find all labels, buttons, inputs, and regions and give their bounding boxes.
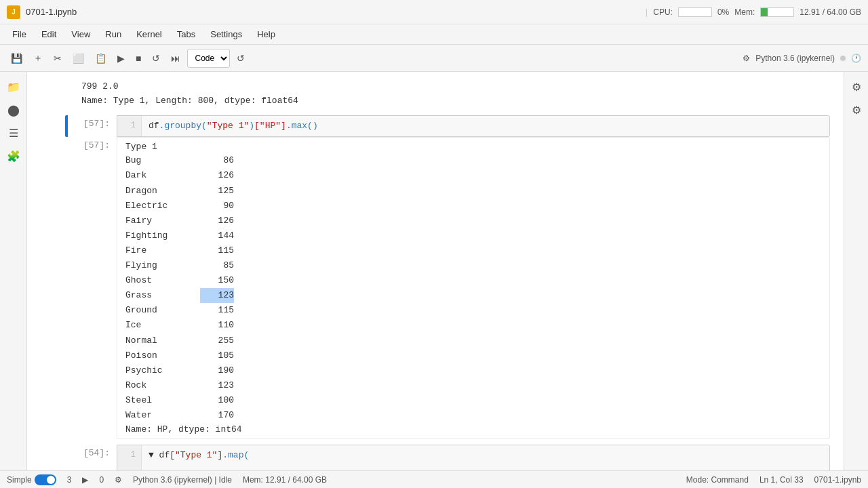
clock-icon: 🕐	[851, 54, 861, 63]
output-row-rock: Rock123	[125, 378, 821, 393]
cell-57-code-area: 1 df.groupby("Type 1")["HP"].max()	[117, 116, 829, 137]
paste-button[interactable]: 📋	[91, 50, 111, 66]
cell-54-ln1: 1	[117, 445, 142, 466]
copy-button[interactable]: ⬜	[68, 50, 88, 66]
cell-57-output-header: Type 1	[125, 142, 821, 152]
output-row-electric: Electric90	[125, 199, 821, 214]
output-row-bug: Bug86	[125, 153, 821, 168]
cell-57-output-footer: Name: HP, dtype: int64	[125, 424, 821, 434]
restart-run-button[interactable]: ⏭	[167, 50, 184, 66]
mem-value: 12.91 / 64.00 GB	[800, 7, 861, 17]
status-right: Mode: Command Ln 1, Col 33 0701-1.ipynb	[686, 475, 861, 485]
sidebar-puzzle-icon[interactable]: 🧩	[4, 146, 23, 165]
cell-57-output: [57]: Type 1 Bug86 Dark126 Dragon125 Ele…	[27, 137, 844, 439]
cpu-label: CPU:	[653, 7, 673, 17]
status-bar: Simple 3 ▶ 0 ⚙ Python 3.6 (ipykernel) | …	[0, 470, 868, 488]
cell-57: [57]: 1 df.groupby("Type 1")["HP"].max()	[27, 115, 844, 138]
output-row-fighting: Fighting144	[125, 228, 821, 243]
cell-54: [54]: 1 ▼ df["Type 1"].map( 2 df.groupby…	[27, 445, 844, 470]
interrupt-button[interactable]: ■	[132, 50, 145, 66]
position-label: Ln 1, Col 33	[760, 475, 804, 485]
cell-57-prompt-out: [57]:	[68, 137, 117, 439]
cell-54-code1: ▼ df["Type 1"].map(	[142, 445, 256, 466]
mem-fill	[761, 8, 768, 16]
output-row-normal: Normal255	[125, 333, 821, 348]
kernel-badge	[840, 56, 846, 61]
output-row-water: Water170	[125, 408, 821, 423]
cell-type-select[interactable]: Code	[187, 49, 230, 68]
output-row-steel: Steel100	[125, 393, 821, 408]
simple-toggle[interactable]: Simple	[7, 474, 56, 485]
right-gear-icon[interactable]: ⚙	[847, 77, 866, 96]
run-button[interactable]: ▶	[113, 50, 129, 66]
mem-bar	[760, 7, 794, 17]
output-row-ghost: Ghost150	[125, 273, 821, 288]
output-row-grass: Grass123	[125, 288, 821, 303]
kernel-dot	[840, 56, 846, 61]
restart-button[interactable]: ↺	[148, 50, 164, 66]
cell-57-input-box[interactable]: 1 df.groupby("Type 1")["HP"].max()	[117, 115, 830, 138]
cell-count: 3	[67, 475, 72, 485]
title-divider: |	[646, 7, 648, 17]
left-sidebar: 📁 ⬤ ☰ 🧩	[0, 72, 27, 470]
toggle-knob	[47, 476, 55, 484]
cell-54-input-box[interactable]: 1 ▼ df["Type 1"].map( 2 df.groupby("Type…	[117, 445, 830, 470]
toolbar: 💾 ＋ ✂ ⬜ 📋 ▶ ■ ↺ ⏭ Code ↺ ⚙ Python 3.6 (i…	[0, 45, 868, 72]
output-row-fire: Fire115	[125, 243, 821, 258]
status-settings-icon: ⚙	[115, 475, 122, 485]
notebook-area[interactable]: 799 2.0 Name: Type 1, Length: 800, dtype…	[27, 72, 844, 470]
output-row-flying: Flying85	[125, 258, 821, 273]
cell-57-output-box: Type 1 Bug86 Dark126 Dragon125 Electric9…	[117, 137, 830, 439]
menu-edit[interactable]: Edit	[35, 27, 63, 41]
file-label: 0701-1.ipynb	[814, 475, 861, 485]
kernel-label: Python 3.6 (ipykernel)	[755, 54, 835, 63]
pre-output-line2: Name: Type 1, Length: 800, dtype: float6…	[81, 94, 844, 108]
mode-label: Mode: Command	[686, 475, 749, 485]
top-bar: J 0701-1.ipynb | CPU: 0% Mem: 12.91 / 64…	[0, 0, 868, 24]
gear-icon: ⚙	[743, 54, 750, 63]
add-cell-button[interactable]: ＋	[29, 49, 47, 67]
command-palette-button[interactable]: ↺	[233, 50, 249, 66]
cell-57-code[interactable]: df.groupby("Type 1")["HP"].max()	[142, 116, 325, 137]
sidebar-list-icon[interactable]: ☰	[4, 123, 23, 142]
output-row-poison: Poison105	[125, 348, 821, 363]
status-count2: 0	[99, 475, 104, 485]
sidebar-circle-icon[interactable]: ⬤	[4, 100, 23, 119]
toggle-on[interactable]	[35, 474, 56, 485]
save-button[interactable]: 💾	[7, 50, 26, 66]
output-row-ground: Ground115	[125, 303, 821, 318]
output-row-dragon: Dragon125	[125, 184, 821, 199]
cell-57-ln: 1	[117, 116, 142, 137]
menu-settings[interactable]: Settings	[203, 27, 249, 41]
menu-file[interactable]: File	[5, 27, 33, 41]
menu-kernel[interactable]: Kernel	[130, 27, 169, 41]
pre-output-line1: 799 2.0	[81, 80, 844, 94]
menu-bar: File Edit View Run Kernel Tabs Settings …	[0, 24, 868, 45]
system-metrics: CPU: 0% Mem: 12.91 / 64.00 GB	[653, 7, 861, 17]
cut-button[interactable]: ✂	[50, 50, 66, 66]
menu-help[interactable]: Help	[250, 27, 282, 41]
menu-view[interactable]: View	[64, 27, 97, 41]
file-title: 0701-1.ipynb	[26, 7, 640, 17]
output-row-ice: Ice110	[125, 318, 821, 333]
cell-54-prompt: [54]:	[68, 445, 117, 470]
menu-run[interactable]: Run	[98, 27, 128, 41]
output-row-fairy: Fairy126	[125, 214, 821, 228]
app-icon: J	[7, 5, 20, 19]
main-layout: 📁 ⬤ ☰ 🧩 799 2.0 Name: Type 1, Length: 80…	[0, 72, 868, 470]
mem-label: Mem:	[734, 7, 755, 17]
right-settings-icon[interactable]: ⚙	[847, 100, 866, 119]
menu-tabs[interactable]: Tabs	[170, 27, 202, 41]
output-row-dark: Dark126	[125, 168, 821, 183]
cell-54-line1: 1 ▼ df["Type 1"].map(	[117, 445, 829, 466]
mem-status: Mem: 12.91 / 64.00 GB	[243, 475, 327, 485]
status-bar-icon1: ▶	[82, 475, 88, 485]
output-row-psychic: Psychic190	[125, 363, 821, 378]
kernel-status-text: Python 3.6 (ipykernel) | Idle	[133, 475, 232, 485]
sidebar-folder-icon[interactable]: 📁	[4, 77, 23, 96]
simple-label: Simple	[7, 475, 32, 485]
cpu-bar	[678, 7, 712, 17]
cell-57-prompt-in: [57]:	[68, 115, 117, 138]
cpu-pct: 0%	[717, 7, 729, 17]
pre-output: 799 2.0 Name: Type 1, Length: 800, dtype…	[27, 79, 844, 110]
